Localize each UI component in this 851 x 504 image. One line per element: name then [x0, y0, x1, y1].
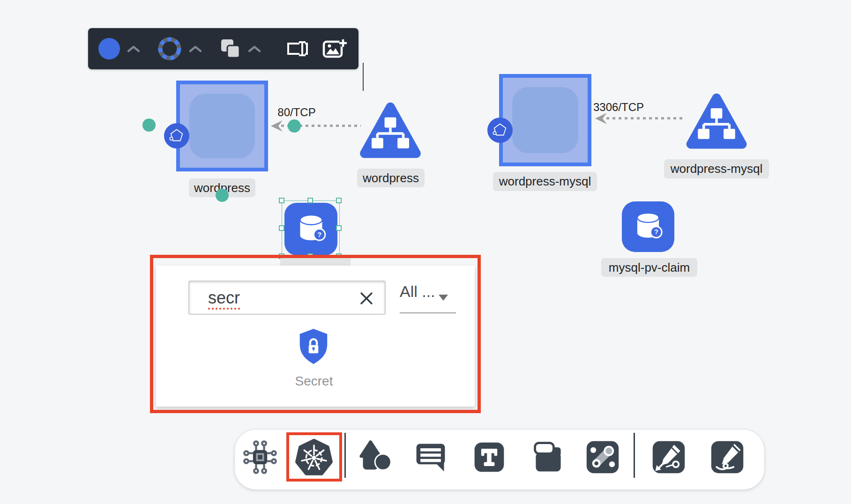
- clear-search-button[interactable]: [357, 289, 376, 308]
- infrastructure-tool-button[interactable]: [242, 439, 278, 475]
- shield-lock-icon: [298, 328, 329, 365]
- canvas[interactable]: wordpress 80/TCP wordpress wordpress-mys…: [0, 0, 851, 504]
- dropdown-caret-icon[interactable]: [439, 295, 448, 301]
- connector-pen-tool-button[interactable]: [651, 439, 687, 475]
- text-tool-button[interactable]: [471, 439, 507, 475]
- comment-tool-button[interactable]: [413, 439, 448, 475]
- toolbar-divider: [363, 63, 364, 91]
- copy-style-button[interactable]: [219, 37, 242, 60]
- edge-wordpress-mysql: [606, 117, 685, 119]
- shapes-tool-button[interactable]: [358, 438, 394, 474]
- resize-handle[interactable]: [336, 225, 342, 231]
- pod-inner-shape: [189, 94, 255, 158]
- style-toolbar: [88, 28, 358, 69]
- connection-handle[interactable]: [142, 119, 156, 132]
- service-label: wordpress: [357, 169, 425, 187]
- category-filter-dropdown[interactable]: All ...: [400, 282, 435, 301]
- service-node-wordpress[interactable]: [358, 98, 423, 163]
- search-input[interactable]: secr: [188, 281, 386, 315]
- link-tool-button[interactable]: [585, 439, 620, 475]
- resize-handle[interactable]: [336, 198, 342, 203]
- dropdown-underline: [400, 312, 456, 313]
- pvc-node-mysql-pv-claim[interactable]: ?: [622, 201, 674, 252]
- service-label: wordpress-mysql: [664, 159, 769, 178]
- kubernetes-tool-button[interactable]: [294, 437, 334, 477]
- arrowhead-icon: [594, 112, 607, 125]
- connection-handle[interactable]: [216, 189, 229, 202]
- copy-style-expand-chevron-icon[interactable]: [248, 46, 261, 52]
- search-result-label: Secret: [281, 374, 347, 389]
- pod-icon: [164, 123, 189, 148]
- freehand-pen-tool-button[interactable]: [709, 439, 745, 475]
- service-node-wordpress-mysql[interactable]: [684, 89, 749, 153]
- svg-text:?: ?: [654, 228, 658, 236]
- resize-handle[interactable]: [307, 198, 313, 203]
- stroke-style-button[interactable]: [157, 37, 182, 61]
- pod-icon: [487, 118, 513, 143]
- edge-port-label: 80/TCP: [269, 106, 325, 119]
- note-tool-button[interactable]: [530, 439, 566, 475]
- resize-handle[interactable]: [279, 198, 284, 203]
- arrowhead-icon: [270, 119, 283, 133]
- toolbar-divider: [344, 433, 346, 478]
- fill-style-button[interactable]: [98, 38, 120, 59]
- pod-node-wordpress-mysql[interactable]: [499, 74, 591, 166]
- pvc-label: mysql-pv-claim: [601, 258, 697, 277]
- hidden-node-label: [280, 257, 351, 267]
- resize-handle[interactable]: [279, 225, 284, 231]
- pod-inner-shape: [512, 87, 578, 153]
- stroke-style-expand-chevron-icon[interactable]: [189, 46, 202, 52]
- selection-box: [282, 200, 340, 257]
- edge-port-label: 3306/TCP: [586, 101, 651, 114]
- text-box-tool-button[interactable]: [287, 38, 308, 59]
- search-result-secret[interactable]: [298, 328, 329, 367]
- pod-node-wordpress[interactable]: [176, 81, 268, 171]
- search-query-text: secr: [208, 282, 240, 314]
- toolbar-divider: [634, 433, 635, 478]
- edge-handle[interactable]: [288, 119, 301, 133]
- pod-label: wordpress-mysql: [493, 172, 597, 191]
- fill-style-expand-chevron-icon[interactable]: [127, 46, 140, 52]
- database-question-icon: ?: [625, 204, 672, 249]
- add-image-tool-button[interactable]: [322, 37, 347, 61]
